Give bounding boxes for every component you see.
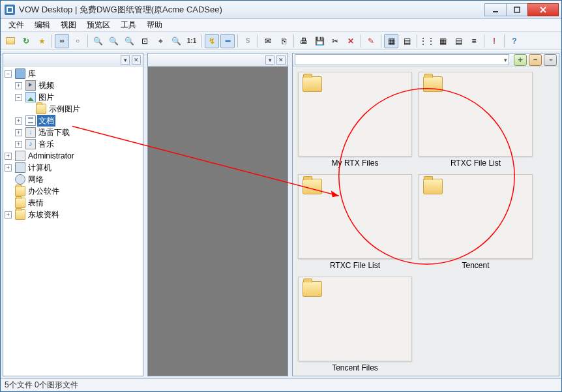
- folder-thumb[interactable]: Tencent Files: [298, 277, 412, 372]
- layer-b-button[interactable]: ▤: [400, 34, 414, 48]
- thumbnail-single-button[interactable]: ○: [70, 34, 85, 48]
- zoom-11-button[interactable]: 1:1: [185, 34, 199, 48]
- remove-button[interactable]: －: [529, 54, 542, 66]
- pictures-icon: [25, 92, 36, 102]
- folder-tree[interactable]: −库 +视频 −图片 示例图片 +文档 +迅雷下载 +音乐: [3, 67, 143, 376]
- open-file-icon: [6, 37, 15, 44]
- copy-all-button[interactable]: ⎘: [276, 34, 291, 48]
- tree-dongpo[interactable]: 东坡资料: [27, 209, 61, 220]
- folder-thumb[interactable]: Tencent: [419, 174, 533, 270]
- panel-dropdown-button[interactable]: ▾: [121, 55, 130, 65]
- view-mode-button[interactable]: ▫▫▫: [544, 54, 557, 66]
- panel-close-button[interactable]: ✕: [132, 55, 141, 65]
- menu-edit[interactable]: 编辑: [29, 19, 55, 31]
- menu-preview[interactable]: 预览区: [81, 19, 115, 31]
- tree-admin[interactable]: Administrator: [27, 150, 76, 162]
- layer-b-icon: ▤: [404, 37, 411, 46]
- mail-button[interactable]: ✉: [261, 34, 275, 48]
- zoom-fit-button[interactable]: ⌖: [153, 34, 168, 48]
- folder-icon: [423, 179, 443, 194]
- download-icon: [25, 127, 36, 138]
- zoom-in-button[interactable]: 🔍: [91, 34, 105, 48]
- toolbar: ↻ ★ ∞ ○ 🔍 🔍 🔍 ⊡ ⌖ 🔍 1:1 ↯ ━ S ✉ ⎘ 🖶 💾 ✂ …: [1, 32, 561, 50]
- body: ▾ ✕ −库 +视频 −图片 示例图片: [1, 50, 561, 378]
- print-button[interactable]: 🖶: [297, 34, 311, 48]
- cut-button[interactable]: ✂: [328, 34, 342, 48]
- refresh-button[interactable]: ↻: [19, 34, 33, 48]
- open-file-button[interactable]: [3, 34, 18, 48]
- expander[interactable]: +: [5, 153, 12, 160]
- ruler-button[interactable]: ━: [220, 34, 235, 48]
- maximize-button[interactable]: [506, 3, 528, 16]
- thumbnail-pair-button[interactable]: ∞: [55, 34, 69, 48]
- menu-file[interactable]: 文件: [3, 19, 29, 31]
- tree-library[interactable]: 库: [27, 68, 37, 80]
- menu-tools[interactable]: 工具: [115, 19, 141, 31]
- expander[interactable]: −: [15, 94, 22, 101]
- properties-button[interactable]: ✎: [364, 34, 378, 48]
- expander[interactable]: +: [15, 82, 22, 89]
- zoom-reset-button[interactable]: 🔍: [122, 34, 136, 48]
- tree-emo[interactable]: 表情: [27, 197, 45, 209]
- zoom-out-button[interactable]: 🔍: [106, 34, 121, 48]
- select-mode-button[interactable]: S: [241, 34, 255, 48]
- mail-icon: ✉: [265, 37, 271, 46]
- zoom-reset-icon: 🔍: [125, 37, 134, 46]
- folder-tree-panel: ▾ ✕ −库 +视频 −图片 示例图片: [3, 53, 143, 376]
- folder-thumb[interactable]: RTXC File List: [419, 72, 533, 168]
- tree-video[interactable]: 视频: [37, 80, 55, 91]
- folder-thumb[interactable]: RTXC File List: [298, 174, 412, 270]
- minimize-button[interactable]: [484, 3, 507, 16]
- folder-icon: [423, 76, 443, 92]
- expander[interactable]: +: [5, 164, 12, 172]
- tree-xunlei[interactable]: 迅雷下载: [37, 127, 71, 138]
- zoom-window-button[interactable]: ⊡: [138, 34, 152, 48]
- user-icon: [15, 151, 25, 161]
- help-button[interactable]: ?: [507, 34, 522, 48]
- menu-help[interactable]: 帮助: [141, 19, 168, 31]
- address-bar[interactable]: ▾: [295, 54, 509, 65]
- layer-a-button[interactable]: ▦: [384, 34, 398, 48]
- zoom-actual-button[interactable]: 🔍: [169, 34, 183, 48]
- cut-icon: ✂: [332, 37, 338, 46]
- grid-b-button[interactable]: ▦: [436, 34, 450, 48]
- status-bar: 5个文件 0个图形文件: [1, 378, 561, 391]
- tree-documents[interactable]: 文档: [37, 115, 55, 127]
- help-icon: ?: [512, 37, 516, 46]
- expander[interactable]: +: [15, 117, 22, 125]
- tree-music[interactable]: 音乐: [37, 138, 55, 150]
- tree-pictures[interactable]: 图片: [37, 91, 55, 103]
- zoom-window-icon: ⊡: [141, 37, 148, 46]
- favorite-button[interactable]: ★: [35, 34, 49, 48]
- measure-button[interactable]: ↯: [205, 34, 219, 48]
- panel-close-button[interactable]: ✕: [276, 55, 286, 65]
- panel-dropdown-button[interactable]: ▾: [265, 55, 274, 65]
- refresh-icon: ↻: [23, 37, 29, 46]
- tree-office[interactable]: 办公软件: [27, 185, 61, 197]
- close-button[interactable]: [527, 3, 559, 16]
- expander[interactable]: +: [15, 141, 22, 148]
- zoom-11-icon: 1:1: [187, 37, 196, 44]
- alert-button[interactable]: !: [487, 34, 501, 48]
- expander[interactable]: −: [5, 70, 12, 78]
- folder-icon: [15, 186, 25, 196]
- preview-header: ▾ ✕: [148, 53, 288, 67]
- grid-c-button[interactable]: ▤: [451, 34, 466, 48]
- menu-view[interactable]: 视图: [55, 19, 81, 31]
- thumb-label: My RTX Files: [332, 158, 379, 168]
- expander[interactable]: +: [15, 129, 22, 136]
- add-button[interactable]: ＋: [514, 54, 527, 66]
- delete-button[interactable]: ✕: [344, 34, 358, 48]
- tree-computer[interactable]: 计算机: [27, 162, 53, 173]
- grid-d-button[interactable]: ≡: [467, 34, 481, 48]
- measure-icon: ↯: [209, 37, 215, 46]
- thumb-label: Tencent: [462, 261, 489, 270]
- folder-thumb[interactable]: My RTX Files: [298, 72, 412, 168]
- expander[interactable]: +: [5, 211, 12, 219]
- thumbnail-grid[interactable]: My RTX Files RTXC File List RTXC File Li…: [293, 67, 559, 376]
- grid-a-button[interactable]: ⋮⋮: [420, 34, 434, 48]
- save-button[interactable]: 💾: [312, 34, 327, 48]
- tree-network[interactable]: 网络: [27, 173, 45, 185]
- tree-sample-pics[interactable]: 示例图片: [48, 103, 81, 115]
- preview-area[interactable]: [148, 67, 288, 376]
